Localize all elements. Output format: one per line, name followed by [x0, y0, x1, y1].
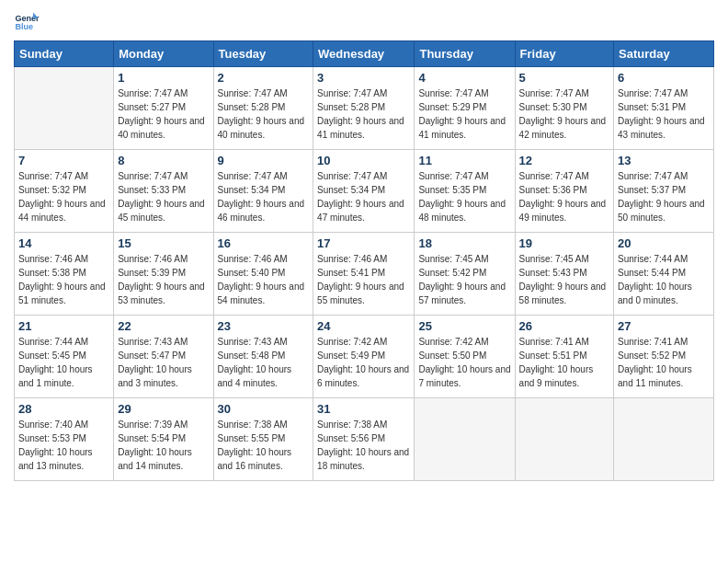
day-info: Sunrise: 7:38 AMSunset: 5:56 PMDaylight:… — [317, 418, 410, 473]
day-info: Sunrise: 7:47 AMSunset: 5:28 PMDaylight:… — [218, 86, 310, 142]
weekday-header-sunday: Sunday — [15, 41, 114, 67]
day-info: Sunrise: 7:42 AMSunset: 5:49 PMDaylight:… — [317, 335, 410, 390]
day-info: Sunrise: 7:43 AMSunset: 5:47 PMDaylight:… — [118, 335, 209, 390]
calendar-cell: 9Sunrise: 7:47 AMSunset: 5:34 PMDaylight… — [213, 150, 313, 233]
weekday-header-friday: Friday — [515, 41, 613, 67]
calendar-cell — [15, 67, 114, 150]
day-number: 20 — [618, 236, 710, 250]
day-number: 27 — [618, 319, 710, 333]
day-info: Sunrise: 7:42 AMSunset: 5:50 PMDaylight:… — [418, 335, 510, 390]
day-number: 9 — [218, 154, 310, 167]
day-number: 4 — [418, 71, 510, 85]
calendar-cell: 21Sunrise: 7:44 AMSunset: 5:45 PMDayligh… — [15, 316, 114, 398]
day-info: Sunrise: 7:41 AMSunset: 5:52 PMDaylight:… — [618, 335, 710, 390]
day-info: Sunrise: 7:47 AMSunset: 5:28 PMDaylight:… — [317, 86, 410, 142]
week-row-2: 7Sunrise: 7:47 AMSunset: 5:32 PMDaylight… — [15, 150, 714, 233]
weekday-header-tuesday: Tuesday — [213, 41, 313, 67]
calendar-cell: 29Sunrise: 7:39 AMSunset: 5:54 PMDayligh… — [114, 398, 213, 481]
day-info: Sunrise: 7:47 AMSunset: 5:35 PMDaylight:… — [418, 169, 510, 224]
weekday-header-monday: Monday — [114, 41, 213, 67]
day-info: Sunrise: 7:45 AMSunset: 5:42 PMDaylight:… — [418, 252, 510, 307]
calendar-cell: 10Sunrise: 7:47 AMSunset: 5:34 PMDayligh… — [313, 150, 415, 233]
day-info: Sunrise: 7:47 AMSunset: 5:30 PMDaylight:… — [519, 86, 609, 142]
day-info: Sunrise: 7:47 AMSunset: 5:32 PMDaylight:… — [18, 169, 109, 224]
day-info: Sunrise: 7:47 AMSunset: 5:34 PMDaylight:… — [317, 169, 410, 224]
day-info: Sunrise: 7:47 AMSunset: 5:31 PMDaylight:… — [618, 86, 710, 142]
day-info: Sunrise: 7:40 AMSunset: 5:53 PMDaylight:… — [18, 418, 109, 473]
calendar-cell — [515, 398, 613, 481]
calendar-table: SundayMondayTuesdayWednesdayThursdayFrid… — [14, 40, 714, 481]
calendar-cell: 2Sunrise: 7:47 AMSunset: 5:28 PMDaylight… — [213, 67, 313, 150]
calendar-cell: 12Sunrise: 7:47 AMSunset: 5:36 PMDayligh… — [515, 150, 613, 233]
day-number: 8 — [118, 154, 209, 167]
day-info: Sunrise: 7:41 AMSunset: 5:51 PMDaylight:… — [519, 335, 609, 390]
day-number: 13 — [618, 154, 710, 167]
day-info: Sunrise: 7:44 AMSunset: 5:44 PMDaylight:… — [618, 252, 710, 307]
calendar-cell: 11Sunrise: 7:47 AMSunset: 5:35 PMDayligh… — [415, 150, 515, 233]
day-number: 22 — [118, 319, 209, 333]
calendar-cell: 28Sunrise: 7:40 AMSunset: 5:53 PMDayligh… — [15, 398, 114, 481]
day-number: 17 — [317, 236, 410, 250]
page-header: General Blue — [14, 9, 714, 35]
calendar-cell: 5Sunrise: 7:47 AMSunset: 5:30 PMDaylight… — [515, 67, 613, 150]
day-number: 16 — [218, 236, 310, 250]
day-number: 29 — [118, 402, 209, 416]
day-info: Sunrise: 7:46 AMSunset: 5:38 PMDaylight:… — [18, 252, 109, 307]
day-info: Sunrise: 7:47 AMSunset: 5:36 PMDaylight:… — [519, 169, 609, 224]
calendar-cell: 13Sunrise: 7:47 AMSunset: 5:37 PMDayligh… — [614, 150, 714, 233]
day-info: Sunrise: 7:39 AMSunset: 5:54 PMDaylight:… — [118, 418, 209, 473]
calendar-cell: 15Sunrise: 7:46 AMSunset: 5:39 PMDayligh… — [114, 233, 213, 316]
calendar-cell: 19Sunrise: 7:45 AMSunset: 5:43 PMDayligh… — [515, 233, 613, 316]
day-number: 25 — [418, 319, 510, 333]
calendar-cell: 17Sunrise: 7:46 AMSunset: 5:41 PMDayligh… — [313, 233, 415, 316]
week-row-4: 21Sunrise: 7:44 AMSunset: 5:45 PMDayligh… — [15, 316, 714, 398]
day-number: 19 — [519, 236, 609, 250]
day-number: 1 — [118, 71, 209, 85]
calendar-cell: 30Sunrise: 7:38 AMSunset: 5:55 PMDayligh… — [213, 398, 313, 481]
day-number: 7 — [18, 154, 109, 167]
day-number: 23 — [218, 319, 310, 333]
calendar-cell: 6Sunrise: 7:47 AMSunset: 5:31 PMDaylight… — [614, 67, 714, 150]
calendar-cell: 31Sunrise: 7:38 AMSunset: 5:56 PMDayligh… — [313, 398, 415, 481]
day-info: Sunrise: 7:46 AMSunset: 5:41 PMDaylight:… — [317, 252, 410, 307]
calendar-cell — [614, 398, 714, 481]
day-info: Sunrise: 7:45 AMSunset: 5:43 PMDaylight:… — [519, 252, 609, 307]
day-number: 3 — [317, 71, 410, 85]
day-info: Sunrise: 7:46 AMSunset: 5:39 PMDaylight:… — [118, 252, 209, 307]
calendar-cell: 14Sunrise: 7:46 AMSunset: 5:38 PMDayligh… — [15, 233, 114, 316]
logo: General Blue — [14, 9, 41, 35]
day-number: 21 — [18, 319, 109, 333]
calendar-cell: 25Sunrise: 7:42 AMSunset: 5:50 PMDayligh… — [415, 316, 515, 398]
day-number: 2 — [218, 71, 310, 85]
week-row-3: 14Sunrise: 7:46 AMSunset: 5:38 PMDayligh… — [15, 233, 714, 316]
calendar-cell: 26Sunrise: 7:41 AMSunset: 5:51 PMDayligh… — [515, 316, 613, 398]
weekday-header-saturday: Saturday — [614, 41, 714, 67]
day-info: Sunrise: 7:46 AMSunset: 5:40 PMDaylight:… — [218, 252, 310, 307]
day-info: Sunrise: 7:47 AMSunset: 5:37 PMDaylight:… — [618, 169, 710, 224]
week-row-1: 1Sunrise: 7:47 AMSunset: 5:27 PMDaylight… — [15, 67, 714, 150]
day-info: Sunrise: 7:44 AMSunset: 5:45 PMDaylight:… — [18, 335, 109, 390]
calendar-cell: 24Sunrise: 7:42 AMSunset: 5:49 PMDayligh… — [313, 316, 415, 398]
day-info: Sunrise: 7:47 AMSunset: 5:34 PMDaylight:… — [218, 169, 310, 224]
day-number: 5 — [519, 71, 609, 85]
day-number: 14 — [18, 236, 109, 250]
calendar-cell: 27Sunrise: 7:41 AMSunset: 5:52 PMDayligh… — [614, 316, 714, 398]
calendar-cell: 7Sunrise: 7:47 AMSunset: 5:32 PMDaylight… — [15, 150, 114, 233]
calendar-cell — [415, 398, 515, 481]
weekday-header-wednesday: Wednesday — [313, 41, 415, 67]
day-number: 12 — [519, 154, 609, 167]
day-number: 6 — [618, 71, 710, 85]
calendar-cell: 3Sunrise: 7:47 AMSunset: 5:28 PMDaylight… — [313, 67, 415, 150]
day-number: 30 — [218, 402, 310, 416]
calendar-cell: 20Sunrise: 7:44 AMSunset: 5:44 PMDayligh… — [614, 233, 714, 316]
calendar-cell: 1Sunrise: 7:47 AMSunset: 5:27 PMDaylight… — [114, 67, 213, 150]
calendar-cell: 18Sunrise: 7:45 AMSunset: 5:42 PMDayligh… — [415, 233, 515, 316]
svg-text:Blue: Blue — [15, 22, 33, 31]
weekday-header-thursday: Thursday — [415, 41, 515, 67]
calendar-cell: 23Sunrise: 7:43 AMSunset: 5:48 PMDayligh… — [213, 316, 313, 398]
day-number: 10 — [317, 154, 410, 167]
calendar-cell: 4Sunrise: 7:47 AMSunset: 5:29 PMDaylight… — [415, 67, 515, 150]
weekday-header-row: SundayMondayTuesdayWednesdayThursdayFrid… — [15, 41, 714, 67]
day-info: Sunrise: 7:38 AMSunset: 5:55 PMDaylight:… — [218, 418, 310, 473]
logo-icon: General Blue — [14, 9, 40, 35]
